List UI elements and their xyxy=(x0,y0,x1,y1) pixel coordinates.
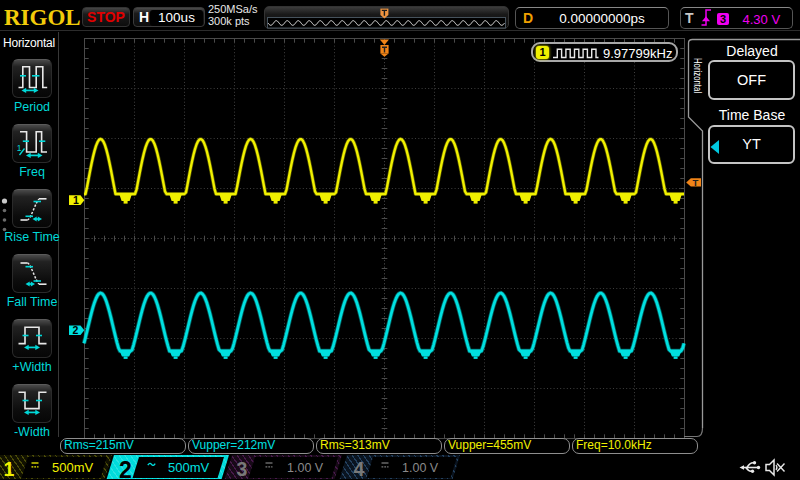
svg-text:1: 1 xyxy=(73,194,79,206)
svg-text:2: 2 xyxy=(73,324,79,336)
svg-text:T: T xyxy=(693,177,699,188)
